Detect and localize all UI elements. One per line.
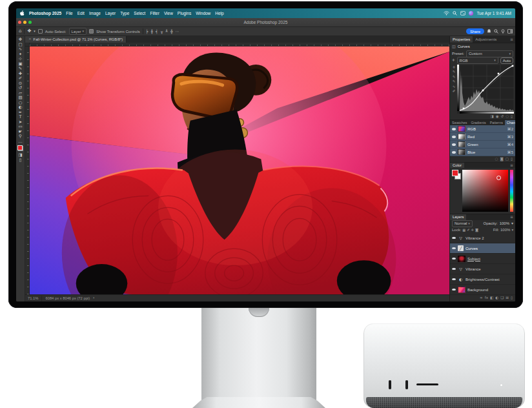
curve-point-icon[interactable]: ∿	[453, 85, 456, 89]
quick-mask-icon[interactable]: ◨	[18, 153, 22, 158]
menu-file[interactable]: File	[66, 11, 72, 15]
lock-all-icon[interactable]: ◙	[475, 229, 478, 232]
new-channel-icon[interactable]: ▢	[506, 158, 509, 161]
status-chevron-icon[interactable]: ›	[93, 296, 94, 300]
menu-clock[interactable]: Tue Apr 1 9:41 AM	[476, 11, 511, 15]
draw-curve-pencil-icon[interactable]: ✐	[453, 90, 456, 94]
color-picker-ring[interactable]	[496, 176, 501, 180]
screen-mode-icon[interactable]: ▯	[19, 158, 22, 163]
tab-channels[interactable]: Channels	[505, 120, 515, 125]
crop-tool-icon[interactable]: ⊹	[19, 57, 22, 61]
layer-row-background[interactable]: Background	[450, 285, 515, 295]
eye-icon[interactable]	[452, 151, 456, 154]
reset-adjustment-icon[interactable]: ↺	[501, 115, 504, 119]
tab-adjustments[interactable]: Adjustments	[473, 36, 499, 43]
lock-pixels-icon[interactable]: ✐	[467, 229, 469, 232]
edit-toolbar-icon[interactable]: …	[18, 139, 23, 144]
targeted-adjustment-icon[interactable]: ✛	[452, 59, 455, 63]
layer-row-brightness-contrast[interactable]: ◐ Brightness/Contrast	[450, 274, 515, 285]
tab-patterns[interactable]: Patterns	[488, 120, 505, 125]
align-left-icon[interactable]: ╞	[146, 30, 148, 34]
color-swatches[interactable]	[17, 145, 23, 151]
channel-row-rgb[interactable]: RGB ⌘2	[450, 125, 515, 133]
toggle-visibility-icon[interactable]: ◉	[496, 115, 499, 119]
canvas[interactable]	[30, 46, 449, 294]
delete-layer-icon[interactable]: ▯	[511, 296, 513, 300]
panel-menu-icon[interactable]: ≡	[510, 215, 515, 219]
channel-row-blue[interactable]: Blue ⌘5	[450, 148, 515, 156]
tab-swatches[interactable]: Swatches	[450, 120, 469, 125]
previous-state-icon[interactable]: ◌	[506, 115, 509, 119]
menu-app-name[interactable]: Photoshop 2025	[29, 11, 61, 15]
white-point-eyedropper-icon[interactable]: ✎	[453, 80, 456, 84]
channel-dropdown[interactable]: RGB▾	[457, 57, 498, 64]
new-layer-icon[interactable]: ⊞	[506, 296, 509, 300]
black-point-eyedropper-icon[interactable]: ✎	[453, 70, 456, 74]
save-selection-icon[interactable]: ◙	[500, 158, 503, 161]
align-right-icon[interactable]: ╡	[156, 30, 158, 34]
load-selection-icon[interactable]: ◌	[495, 158, 498, 161]
gradient-tool-icon[interactable]: ▨	[18, 96, 22, 100]
chevron-down-icon[interactable]: ▾	[511, 221, 513, 225]
menu-image[interactable]: Image	[89, 11, 101, 15]
notifications-bell-icon[interactable]	[487, 29, 491, 34]
layer-thumbnail[interactable]	[458, 256, 466, 262]
layer-row-curves[interactable]: ╱ Curves	[450, 243, 515, 254]
auto-button[interactable]: Auto	[500, 57, 513, 64]
fill-value[interactable]: 100%	[500, 228, 510, 232]
eye-icon[interactable]	[452, 128, 456, 130]
new-adjustment-layer-icon[interactable]: ◐	[495, 296, 498, 300]
eye-icon[interactable]	[452, 258, 456, 260]
eye-icon[interactable]	[452, 289, 456, 291]
channel-row-green[interactable]: Green ⌘4	[450, 141, 515, 148]
apple-logo-icon[interactable]	[20, 10, 25, 16]
panel-menu-icon[interactable]: ≡	[510, 37, 515, 41]
foreground-color-swatch[interactable]	[17, 145, 23, 150]
layer-row-vibrance-2[interactable]: ▽ Vibrance 2	[450, 233, 515, 243]
layer-thumbnail[interactable]	[458, 287, 466, 293]
align-center-icon[interactable]: ╫	[150, 30, 153, 34]
tab-properties[interactable]: Properties	[450, 36, 473, 43]
add-mask-icon[interactable]: ◧	[490, 296, 493, 300]
layer-row-subject[interactable]: Subject	[450, 254, 515, 264]
menu-window[interactable]: Window	[196, 11, 210, 15]
delete-adjustment-icon[interactable]: ▯	[511, 115, 513, 119]
eye-icon[interactable]	[452, 268, 456, 270]
lasso-tool-icon[interactable]: ∿	[19, 47, 22, 52]
spotlight-search-icon[interactable]	[453, 11, 457, 15]
document-tab[interactable]: × Fall-Winter-Collection.psd @ 71.1% (Cu…	[25, 36, 127, 43]
tab-gradients[interactable]: Gradients	[469, 120, 487, 125]
menu-plugins[interactable]: Plugins	[178, 11, 191, 15]
type-tool-icon[interactable]: T	[19, 115, 22, 119]
menu-help[interactable]: Help	[215, 11, 223, 15]
align-bottom-icon[interactable]: ╨	[165, 30, 168, 34]
curves-grid[interactable]	[457, 65, 514, 114]
menu-layer[interactable]: Layer	[105, 11, 116, 15]
home-icon[interactable]: ⌂	[19, 29, 21, 34]
curves-layer-thumbnail[interactable]: ╱	[458, 245, 464, 251]
preset-dropdown[interactable]: Custom▾	[466, 50, 513, 57]
gray-point-eyedropper-icon[interactable]: ✎	[453, 76, 456, 79]
auto-select-checkbox[interactable]	[38, 29, 43, 34]
saturation-brightness-field[interactable]	[462, 170, 508, 212]
close-tab-icon[interactable]: ×	[28, 37, 32, 41]
delete-channel-icon[interactable]: ▯	[511, 158, 513, 161]
blend-mode-dropdown[interactable]: Normal▾	[452, 220, 473, 227]
menu-select[interactable]: Select	[134, 11, 145, 15]
wifi-icon[interactable]	[444, 11, 449, 15]
distribute-icon[interactable]: ╬	[170, 30, 173, 34]
eye-icon[interactable]	[452, 278, 456, 281]
curves-editor[interactable]: ✛ ✎ ✎ ✎ ∿ ✐	[450, 64, 515, 114]
chevron-down-icon[interactable]: ▾	[511, 229, 513, 232]
discover-lightbulb-icon[interactable]	[501, 29, 505, 34]
eye-icon[interactable]	[452, 247, 456, 250]
chevron-down-icon[interactable]: ▾	[34, 30, 36, 33]
workspace-switcher-icon[interactable]	[507, 29, 513, 34]
tab-color[interactable]: Color	[450, 163, 464, 168]
history-brush-tool-icon[interactable]: ↺	[19, 86, 22, 90]
menu-type[interactable]: Type	[120, 11, 129, 15]
new-group-icon[interactable]: ❏	[500, 296, 504, 300]
align-top-icon[interactable]: ╥	[161, 30, 163, 34]
hand-adjust-icon[interactable]: ✛	[453, 66, 456, 70]
move-tool-icon[interactable]: ✥	[19, 37, 22, 42]
